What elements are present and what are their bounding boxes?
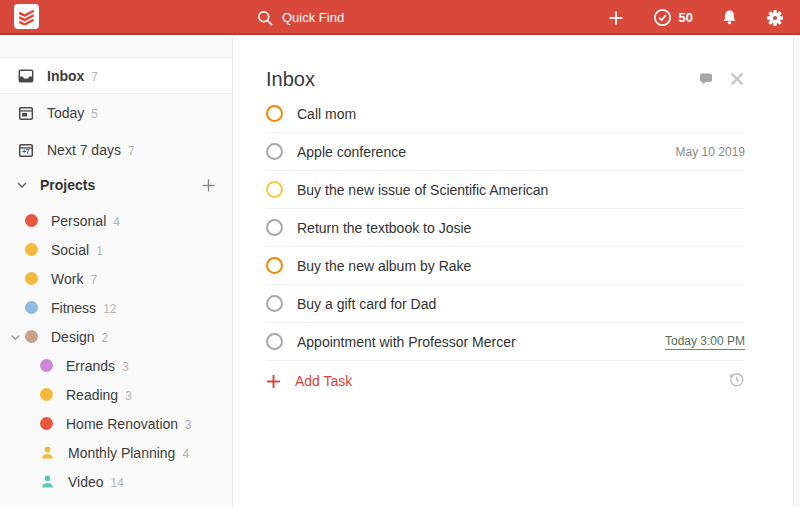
sidebar-item-count: 7 [128,144,135,158]
add-task-label: Add Task [295,373,352,389]
comment-bubble-icon [698,72,714,87]
task-row[interactable]: Appointment with Professor Mercer Today … [266,323,745,361]
sidebar-item-count: 7 [91,70,98,84]
sidebar-item-today[interactable]: Today 5 [0,94,232,131]
task-checkbox[interactable] [266,219,283,236]
project-count: 14 [111,476,124,490]
task-checkbox[interactable] [266,333,283,350]
inbox-icon [18,68,34,84]
plus-icon [201,178,216,193]
project-row[interactable]: Home Renovation 3 [0,409,232,438]
project-count: 7 [90,273,97,287]
task-due-date[interactable]: Today 3:00 PM [665,334,745,350]
project-row[interactable]: Monthly Planning 4 [0,438,232,467]
search-icon [257,10,273,26]
gear-icon [766,9,784,27]
todoist-app: Quick Find 50 [0,0,800,507]
sidebar-item-label: Inbox [47,68,84,84]
project-color-dot [25,330,38,343]
project-count: 3 [122,360,129,374]
chevron-down-icon[interactable] [16,179,28,191]
header-actions: 50 [607,0,784,35]
task-row[interactable]: Return the textbook to Josie [266,209,745,247]
task-title[interactable]: Buy a gift card for Dad [297,296,436,312]
svg-text:+7: +7 [22,148,30,155]
crossed-tools-icon [729,71,745,87]
add-project-button[interactable] [201,178,216,193]
comments-button[interactable] [698,72,714,87]
task-checkbox[interactable] [266,143,283,160]
todoist-logo[interactable] [14,4,39,29]
search-bar[interactable]: Quick Find [257,0,344,35]
project-actions-button[interactable] [729,71,745,87]
task-due-date[interactable]: May 10 2019 [676,145,745,159]
bell-icon [721,9,738,26]
project-color-dot [40,388,53,401]
task-title[interactable]: Appointment with Professor Mercer [297,334,516,350]
project-color-dot [40,359,53,372]
sidebar-item-label: Next 7 days [47,142,121,158]
task-checkbox[interactable] [266,257,283,274]
task-row[interactable]: Buy the new album by Rake [266,247,745,285]
project-count: 12 [103,302,116,316]
project-expand-chevron-icon[interactable] [10,332,21,343]
project-name: Video [68,474,104,490]
projects-header-label: Projects [40,177,95,193]
check-circle-icon [653,8,672,27]
project-row[interactable]: Video 14 [0,467,232,496]
project-row[interactable]: Social 1 [0,235,232,264]
add-task-row: Add Task [266,361,745,401]
project-row[interactable]: Design 2 [0,322,232,351]
project-color-dot [40,417,53,430]
project-row[interactable]: Personal 4 [0,206,232,235]
sidebar-item-next-7-days[interactable]: +7 Next 7 days 7 [0,131,232,168]
project-row[interactable]: Reading 3 [0,380,232,409]
task-title[interactable]: Apple conference [297,144,406,160]
project-row[interactable]: Errands 3 [0,351,232,380]
project-name: Personal [51,213,106,229]
projects-section-header[interactable]: Projects [0,168,232,202]
quick-add-button[interactable] [607,9,625,27]
project-color-dot [25,272,38,285]
history-clock-icon [728,371,745,388]
project-row[interactable]: Fitness 12 [0,293,232,322]
project-color-dot [25,301,38,314]
task-title[interactable]: Call mom [297,106,356,122]
task-row[interactable]: Apple conference May 10 2019 [266,133,745,171]
plus-icon [266,374,281,389]
task-checkbox[interactable] [266,105,283,122]
project-name: Monthly Planning [68,445,175,461]
task-checkbox[interactable] [266,181,283,198]
karma-counter[interactable]: 50 [653,8,693,27]
project-name: Fitness [51,300,96,316]
project-count: 4 [113,215,120,229]
notifications-button[interactable] [721,9,738,26]
settings-button[interactable] [766,9,784,27]
project-name: Social [51,242,89,258]
view-header-actions [698,71,745,87]
sidebar-item-inbox[interactable]: Inbox 7 [0,57,232,94]
add-task-button[interactable]: Add Task [266,373,352,389]
project-count: 1 [96,244,103,258]
project-count: 3 [185,418,192,432]
sidebar-item-count: 5 [91,107,98,121]
todoist-logo-icon [18,8,35,25]
task-row[interactable]: Buy the new issue of Scientific American [266,171,745,209]
project-name: Home Renovation [66,416,178,432]
page-title: Inbox [266,68,315,91]
project-row[interactable]: Work 7 [0,264,232,293]
task-title[interactable]: Return the textbook to Josie [297,220,471,236]
activity-history-button[interactable] [728,371,745,391]
search-placeholder: Quick Find [282,10,344,25]
task-title[interactable]: Buy the new album by Rake [297,258,471,274]
task-checkbox[interactable] [266,295,283,312]
calendar-next7-icon: +7 [18,142,34,158]
task-title[interactable]: Buy the new issue of Scientific American [297,182,548,198]
project-name: Work [51,271,83,287]
sidebar-item-label: Today [47,105,84,121]
app-header: Quick Find 50 [0,0,800,35]
task-row[interactable]: Call mom [266,95,745,133]
task-row[interactable]: Buy a gift card for Dad [266,285,745,323]
scrollbar[interactable] [793,37,800,507]
project-name: Errands [66,358,115,374]
